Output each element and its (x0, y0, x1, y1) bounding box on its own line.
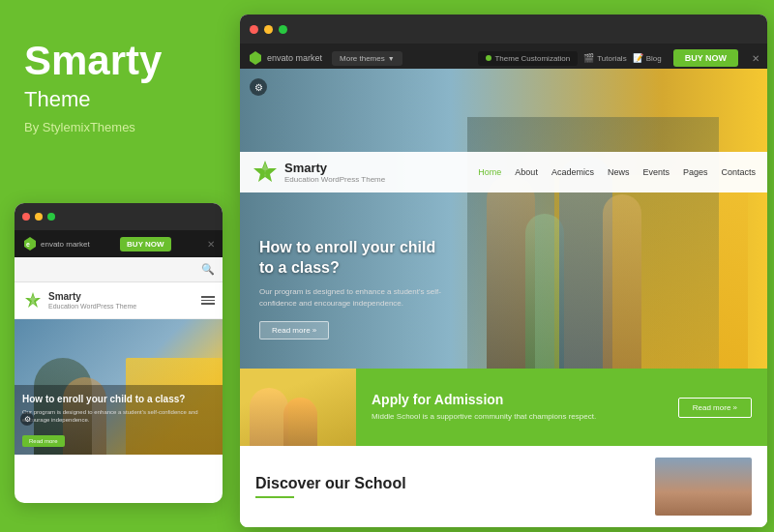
mobile-preview-card: e envato market BUY NOW ✕ 🔍 Smarty Educa… (15, 203, 223, 503)
theme-subtitle: Theme (24, 87, 218, 112)
hero-section: Smarty Education WordPress Theme Home Ab… (240, 69, 767, 369)
desktop-maximize-dot[interactable] (279, 25, 287, 34)
mobile-hero-overlay: How to enroll your child to a class? Our… (15, 385, 223, 455)
mobile-site-header: Smarty Education WordPress Theme (15, 282, 223, 319)
smarty-logo-small: Smarty Education WordPress Theme (22, 290, 136, 311)
site-logo-sub: Education WordPress Theme (284, 175, 385, 184)
envato-label-small: envato market (41, 240, 90, 249)
hero-description: Our program is designed to enhance a stu… (259, 286, 453, 310)
admission-section: Apply for Admission Middle School is a s… (240, 369, 767, 446)
envato-icon: e (22, 236, 38, 251)
more-themes-label: More themes (340, 54, 385, 63)
envato-market-icon (248, 50, 263, 66)
discover-underline (255, 496, 294, 498)
hero-title: How to enroll your child to a class? (259, 238, 453, 279)
close-icon-small[interactable]: ✕ (207, 239, 215, 250)
close-dot (22, 213, 30, 221)
nav-about[interactable]: About (515, 167, 538, 177)
theme-customization-label: Theme Customization (478, 51, 578, 66)
mobile-envato-bar: e envato market BUY NOW ✕ (15, 230, 223, 257)
mobile-hero-description: Our program is designed to enhance a stu… (22, 409, 215, 425)
envato-market-label: envato market (267, 53, 322, 63)
chevron-down-icon: ▼ (388, 55, 395, 62)
theme-title: Smarty (24, 39, 218, 83)
hero-content-overlay: How to enroll your child to a class? Our… (259, 238, 453, 340)
nav-pages[interactable]: Pages (683, 167, 708, 177)
theme-author: By StylemixThemes (24, 120, 218, 134)
minimize-dot (35, 213, 43, 221)
tutorials-button[interactable]: 🎬 Tutorials (583, 53, 626, 63)
site-navigation: Home About Academics News Events Pages C… (478, 167, 756, 177)
envato-logo-small: e envato market (22, 236, 90, 251)
admission-photo-bg (240, 369, 356, 446)
admission-content: Apply for Admission Middle School is a s… (356, 369, 767, 446)
mobile-hero: How to enroll your child to a class? Our… (15, 319, 223, 455)
mobile-hero-title: How to enroll your child to a class? (22, 393, 215, 405)
hero-read-more-btn[interactable]: Read more » (259, 321, 329, 340)
buy-now-small[interactable]: BUY NOW (120, 237, 171, 251)
buy-now-desktop-button[interactable]: BUY NOW (673, 49, 738, 67)
blog-label: Blog (646, 54, 662, 63)
admission-text: Apply for Admission Middle School is a s… (372, 392, 663, 422)
mobile-read-more-btn[interactable]: Read more (22, 435, 65, 447)
smarty-star-icon-small (22, 290, 44, 311)
gear-icon-mobile[interactable]: ⚙ (20, 412, 34, 426)
tc-label: Theme Customization (494, 54, 570, 63)
site-logo-icon (252, 159, 279, 186)
smarty-sub-small: Education WordPress Theme (48, 303, 136, 310)
maximize-dot (47, 213, 55, 221)
svg-marker-4 (250, 51, 261, 65)
more-themes-button[interactable]: More themes ▼ (332, 51, 402, 66)
close-icon-desktop[interactable]: ✕ (752, 53, 759, 64)
admission-read-more-btn[interactable]: Read more » (678, 398, 752, 418)
hamburger-menu-icon[interactable] (201, 296, 215, 305)
admission-description: Middle School is a supportive community … (372, 411, 663, 422)
discover-title: Discover our School (255, 475, 640, 492)
tutorials-label: Tutorials (597, 54, 626, 63)
gear-icon-hero[interactable]: ⚙ (250, 78, 267, 96)
mobile-titlebar (15, 203, 223, 230)
admission-btn-label: Read more » (693, 403, 737, 412)
smarty-name-small: Smarty (48, 291, 136, 303)
nav-home[interactable]: Home (478, 167, 501, 177)
tc-dot (486, 55, 491, 61)
envato-market-logo: envato market (248, 50, 322, 66)
svg-text:e: e (26, 241, 30, 248)
site-header: Smarty Education WordPress Theme Home Ab… (240, 152, 767, 192)
admission-title: Apply for Admission (372, 392, 663, 407)
nav-academics[interactable]: Academics (551, 167, 594, 177)
site-logo: Smarty Education WordPress Theme (252, 159, 385, 186)
nav-events[interactable]: Events (642, 167, 670, 177)
desktop-preview-card: envato market More themes ▼ Theme Custom… (240, 15, 767, 527)
desktop-minimize-dot[interactable] (264, 25, 273, 34)
admission-photo (240, 369, 356, 446)
nav-contacts[interactable]: Contacts (721, 167, 756, 177)
nav-news[interactable]: News (608, 167, 630, 177)
discover-photo (655, 458, 752, 516)
discover-section: Discover our School (240, 446, 767, 527)
desktop-close-dot[interactable] (250, 25, 258, 34)
desktop-titlebar (240, 15, 767, 44)
discover-text: Discover our School (255, 475, 640, 498)
site-logo-name: Smarty (284, 161, 385, 176)
blog-button[interactable]: 📝 Blog (633, 53, 662, 63)
mobile-search-bar: 🔍 (15, 257, 223, 282)
search-icon-small[interactable]: 🔍 (201, 263, 215, 276)
